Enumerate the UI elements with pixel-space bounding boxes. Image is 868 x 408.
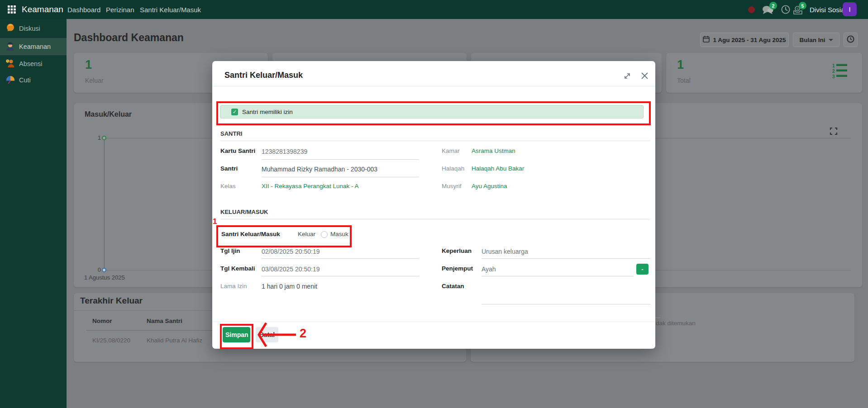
input-underline [482,276,634,276]
record-dot-icon [748,6,755,13]
chart-point-blue[interactable] [102,268,106,272]
input-underline [482,258,650,259]
table-cell-nama: Khalid Putra Al Hafiz [147,337,202,344]
modal-header-divider [212,86,655,86]
division-label[interactable]: Divisi Sosial [810,6,846,14]
umbrella-icon [5,75,15,86]
chart-y-tick-0: 0 [92,266,101,273]
chart-x-label: 1 Agustus 2025 [84,274,125,281]
section-divider [220,141,650,141]
santri-input[interactable]: Muhammad Rizky Ramadhan - 2030-003 [262,166,377,173]
chevron-down-icon [829,39,833,41]
annotation-step-2: 2 [300,327,306,341]
radio-masuk-label[interactable]: Masuk [330,231,348,237]
sidebar-item-diskusi[interactable]: Diskusi [0,20,67,37]
keperluan-input[interactable]: Urusan keluarga [482,248,528,255]
stat-value: 1 [85,58,92,72]
modal-title: Santri Keluar/Masuk [224,71,303,80]
keperluan-label: Keperluan [442,247,472,254]
type-radio-label: Santri Keluar/Masuk [221,231,280,237]
stat-label: Total [677,77,691,84]
svg-text:1: 1 [832,63,835,68]
sidebar-item-label: Keamanan [19,43,51,50]
sidebar-item-cuti[interactable]: Cuti [0,71,67,89]
page-title: Dashboard Keamanan [74,32,184,44]
annotation-step-1: 1 [213,217,217,226]
app-brand[interactable]: Keamanan [22,5,63,14]
kelas-label: Kelas [220,183,236,190]
period-select[interactable]: Bulan Ini [793,33,839,47]
chart-title: Masuk/Keluar [85,110,132,119]
top-navbar: Keamanan Dashboard Perizinan Santri Kelu… [0,0,868,19]
police-officer-icon [5,41,15,52]
table-header-rule-fragment [655,318,660,318]
kamar-label: Kamar [442,147,460,154]
modal-footer-divider [212,322,655,322]
tgl-ijin-label: Tgl Ijin [220,247,240,254]
chart-y-tick-1: 1 [92,134,101,141]
sidebar-item-label: Cuti [19,76,31,84]
table-cell-nomor: KI/25.08/0220 [92,337,130,344]
halaqah-label: Halaqah [442,165,464,172]
catatan-textarea[interactable] [482,304,650,304]
kartu-santri-input[interactable]: 1238281398239 [262,148,307,155]
penjemput-label: Penjemput [442,265,473,272]
svg-text:2: 2 [832,69,835,74]
alert-text: Santri memiliki izin [242,109,293,115]
date-range-button[interactable]: 1 Agu 2025 - 31 Agu 2025 [700,33,789,47]
expand-icon[interactable] [623,72,631,82]
tgl-ijin-input[interactable]: 02/08/2025 20:50:19 [262,248,320,255]
numbered-list-icon: 123 [832,63,853,81]
sidebar-item-label: Diskusi [19,25,40,32]
nav-santri-keluar-masuk[interactable]: Santri Keluar/Masuk [140,6,201,14]
fullscreen-icon[interactable] [830,127,838,137]
svg-text:S: S [796,7,799,10]
save-button[interactable]: Simpan [223,327,250,342]
izin-alert: ✓ Santri memiliki izin [220,105,644,119]
tgl-kembali-input[interactable]: 03/08/2025 20:50:19 [262,266,320,273]
checkbox-check-icon: ✓ [231,109,238,115]
clock-icon [847,35,854,44]
input-underline [262,258,419,259]
radio-masuk[interactable] [321,231,328,238]
penjemput-picker-button[interactable]: - [636,264,649,275]
nav-perizinan[interactable]: Perizinan [106,6,134,14]
app-root: Keamanan Dashboard Perizinan Santri Kelu… [0,0,868,408]
santri-label: Santri [220,165,238,172]
penjemput-input[interactable]: Ayah [482,266,496,273]
santri-keluar-masuk-modal: Santri Keluar/Masuk ✓ Santri memiliki iz… [212,61,655,349]
lama-izin-value: 1 hari 0 jam 0 menit [262,283,317,290]
recent-table-title: Terakhir Keluar [80,296,143,306]
date-range-label: 1 Agu 2025 - 31 Agu 2025 [713,37,786,43]
section-santri-heading: SANTRI [220,130,242,137]
user-avatar[interactable]: I [843,2,857,16]
input-underline [262,276,419,276]
apps-grid-icon[interactable] [8,5,16,15]
lama-izin-label: Lama Izin [220,283,247,289]
column-header-nama-santri: Nama Santri [147,318,182,324]
nav-dashboard[interactable]: Dashboard [67,6,100,14]
chart-point-green[interactable] [102,136,106,140]
kelas-link[interactable]: XII - Rekayasa Perangkat Lunak - A [262,183,359,190]
radio-keluar-label[interactable]: Keluar [298,231,315,237]
close-icon[interactable] [641,72,649,81]
kartu-santri-label: Kartu Santri [220,147,255,154]
catatan-label: Catatan [442,283,464,289]
chart-y-axis [104,138,105,270]
cancel-button[interactable]: Batal [256,327,278,342]
history-clock-icon[interactable] [781,5,791,16]
sidebar: Diskusi Keamanan [0,19,67,408]
calendar-icon [703,36,710,44]
stat-label: Keluar [85,77,103,84]
sidebar-item-absensi[interactable]: Absensi [0,55,67,72]
time-filter-button[interactable] [844,33,858,47]
musyrif-label: Musyrif [442,183,462,190]
musyrif-link[interactable]: Ayu Agustina [472,183,507,190]
attendance-person-icon [5,58,15,70]
halaqah-link[interactable]: Halaqah Abu Bakar [472,165,524,172]
kamar-link[interactable]: Asrama Ustman [472,147,515,154]
section-divider [220,219,650,219]
input-underline [262,177,419,177]
sidebar-item-keamanan[interactable]: Keamanan [0,38,67,55]
empty-state-fragment: dak ditemukan [656,320,696,327]
